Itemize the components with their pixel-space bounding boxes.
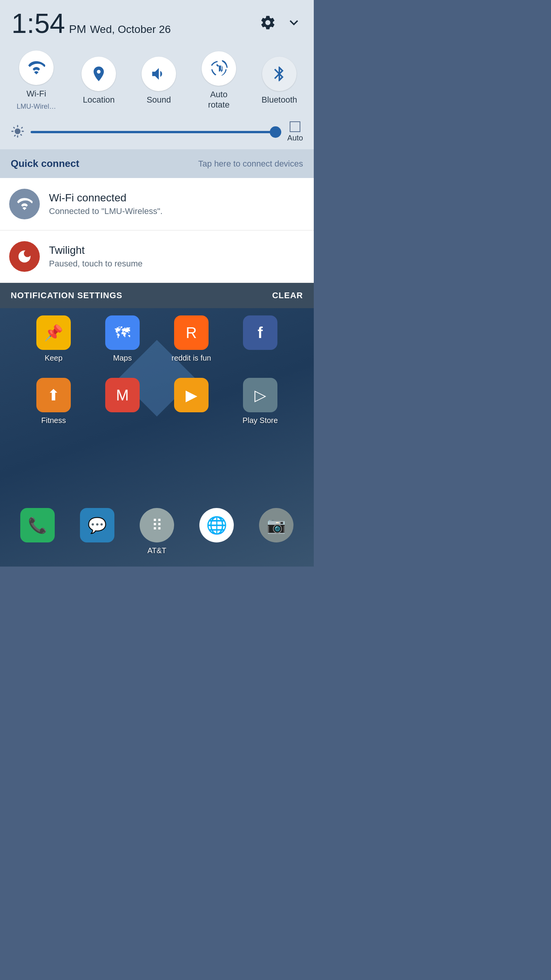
twilight-notif-title: Twilight bbox=[49, 244, 305, 256]
location-toggle-circle bbox=[82, 57, 116, 91]
wifi-notification[interactable]: Wi-Fi connected Connected to "LMU-Wirele… bbox=[0, 178, 314, 230]
twilight-notification[interactable]: Twilight Paused, touch to resume bbox=[0, 230, 314, 283]
dock-chrome[interactable]: 🌐 bbox=[194, 508, 240, 555]
dock-row: 📞 💬 ⠿ AT&T 🌐 📷 bbox=[0, 508, 314, 563]
notification-settings-button[interactable]: NOTIFICATION SETTINGS bbox=[11, 291, 122, 301]
auto-checkbox[interactable] bbox=[290, 121, 300, 132]
wifi-notif-icon-wrap bbox=[9, 189, 40, 219]
bluetooth-icon bbox=[271, 65, 288, 83]
autorotate-toggle[interactable]: Autorotate bbox=[202, 51, 236, 110]
bluetooth-toggle-label: Bluetooth bbox=[262, 95, 297, 105]
dock-camera[interactable]: 📷 bbox=[253, 508, 299, 555]
clear-notifications-button[interactable]: CLEAR bbox=[272, 291, 303, 301]
wifi-toggle-sublabel: LMU-Wirel… bbox=[16, 103, 56, 111]
dock-messages[interactable]: 💬 bbox=[74, 508, 120, 555]
hs-maps-app[interactable]: 🗺 Maps bbox=[99, 315, 145, 363]
twilight-notif-desc: Paused, touch to resume bbox=[49, 259, 305, 269]
sound-icon bbox=[150, 65, 168, 83]
settings-icon[interactable] bbox=[259, 14, 276, 33]
homescreen-apps-top: 📌 Keep 🗺 Maps R reddit is fun f bbox=[0, 312, 314, 436]
notification-bottom-bar: NOTIFICATION SETTINGS CLEAR bbox=[0, 283, 314, 308]
notifications-list: Wi-Fi connected Connected to "LMU-Wirele… bbox=[0, 178, 314, 283]
wifi-toggle-circle bbox=[19, 51, 54, 85]
quick-connect-label: Quick connect bbox=[11, 158, 79, 170]
status-icon-group bbox=[259, 14, 302, 33]
wifi-notif-icon bbox=[16, 196, 33, 212]
wifi-toggle[interactable]: Wi-Fi LMU-Wirel… bbox=[16, 51, 56, 111]
dock-phone[interactable]: 📞 bbox=[15, 508, 60, 555]
sound-toggle-label: Sound bbox=[147, 95, 171, 105]
wifi-notif-title: Wi-Fi connected bbox=[49, 192, 305, 204]
hs-facebook-app[interactable]: f bbox=[237, 315, 283, 363]
autorotate-icon bbox=[210, 60, 228, 77]
quick-connect-hint: Tap here to connect devices bbox=[198, 159, 303, 169]
location-toggle-label: Location bbox=[83, 95, 115, 105]
twilight-notif-icon bbox=[16, 248, 33, 265]
hs-keep-app[interactable]: 📌 Keep bbox=[31, 315, 77, 363]
wifi-icon bbox=[28, 59, 45, 77]
hs-fitness-app[interactable]: ⬆ Fitness bbox=[31, 378, 77, 425]
quick-connect-bar[interactable]: Quick connect Tap here to connect device… bbox=[0, 149, 314, 178]
twilight-notif-content: Twilight Paused, touch to resume bbox=[49, 244, 305, 269]
twilight-notif-icon-wrap bbox=[9, 241, 40, 272]
chevron-down-icon[interactable] bbox=[285, 14, 302, 33]
clock-time: 1:54 bbox=[11, 8, 65, 39]
wifi-notif-desc: Connected to "LMU-Wireless". bbox=[49, 206, 305, 216]
sound-toggle[interactable]: Sound bbox=[142, 57, 176, 105]
auto-brightness-toggle[interactable]: Auto bbox=[287, 121, 303, 142]
brightness-thumb[interactable] bbox=[270, 126, 281, 138]
clock-date: Wed, October 26 bbox=[90, 23, 171, 36]
hs-music-app[interactable]: ▶ bbox=[168, 378, 214, 425]
notification-panel: 1:54 PM Wed, October 26 bbox=[0, 0, 314, 308]
bluetooth-toggle[interactable]: Bluetooth bbox=[262, 57, 297, 105]
autorotate-toggle-circle bbox=[202, 51, 236, 86]
location-icon bbox=[90, 65, 108, 83]
brightness-row: Auto bbox=[0, 114, 314, 149]
clock-ampm: PM bbox=[69, 23, 86, 36]
bluetooth-toggle-circle bbox=[262, 57, 297, 91]
hs-reddit-app[interactable]: R reddit is fun bbox=[168, 315, 214, 363]
wifi-notif-content: Wi-Fi connected Connected to "LMU-Wirele… bbox=[49, 192, 305, 216]
hs-playstore-app[interactable]: ▷ Play Store bbox=[237, 378, 283, 425]
auto-label: Auto bbox=[287, 134, 303, 142]
status-time-area: 1:54 PM Wed, October 26 bbox=[11, 8, 171, 39]
hs-gmail-app[interactable]: M bbox=[99, 378, 145, 425]
location-toggle[interactable]: Location bbox=[82, 57, 116, 105]
brightness-slider[interactable] bbox=[31, 131, 281, 133]
dock-apps[interactable]: ⠿ AT&T bbox=[134, 508, 180, 555]
quick-toggles-row: Wi-Fi LMU-Wirel… Location Sound bbox=[0, 43, 314, 114]
sound-toggle-circle bbox=[142, 57, 176, 91]
autorotate-toggle-label: Autorotate bbox=[208, 90, 230, 110]
wifi-toggle-label: Wi-Fi bbox=[26, 89, 46, 99]
brightness-icon bbox=[11, 124, 24, 140]
status-bar: 1:54 PM Wed, October 26 bbox=[0, 0, 314, 43]
